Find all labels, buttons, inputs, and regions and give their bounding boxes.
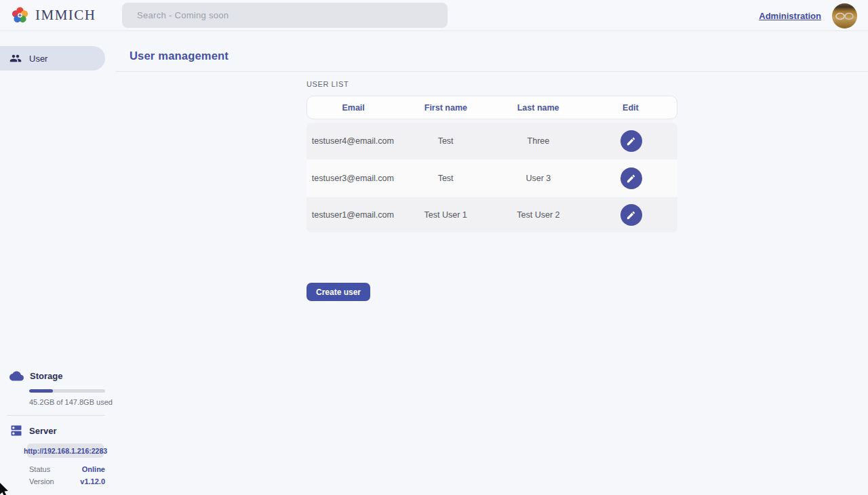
cell-first-name: Test [399, 174, 492, 183]
sidebar-footer: Storage 45.2GB of 147.8GB used Server ht… [0, 369, 116, 495]
glasses-photo-icon [835, 12, 855, 21]
column-header-first-name: First name [399, 103, 492, 113]
user-avatar[interactable] [832, 3, 857, 28]
cell-first-name: Test User 1 [399, 210, 492, 220]
sidebar: User Storage 45.2GB of 147.8GB used [0, 31, 116, 495]
cell-email: testuser3@email.com [307, 174, 399, 183]
status-value: Online [82, 465, 105, 473]
edit-user-button[interactable] [620, 130, 642, 152]
create-user-button[interactable]: Create user [307, 283, 370, 301]
storage-usage-text: 45.2GB of 147.8GB used [29, 398, 116, 406]
edit-user-button[interactable] [620, 167, 642, 189]
server-status-row: Status Online [29, 465, 105, 473]
user-list-label: USER LIST [307, 80, 349, 88]
cell-email: testuser4@email.com [307, 136, 399, 146]
cell-edit [585, 167, 677, 189]
page-title: User management [130, 50, 229, 62]
edit-user-button[interactable] [620, 204, 642, 226]
version-label: Version [29, 477, 54, 486]
cell-edit [585, 204, 677, 226]
search-input[interactable] [122, 3, 448, 28]
table-row: testuser1@email.com Test User 1 Test Use… [307, 196, 677, 233]
server-section-header: Server [9, 424, 116, 437]
status-label: Status [29, 465, 50, 473]
administration-link[interactable]: Administration [759, 11, 821, 21]
column-header-email: Email [307, 103, 399, 113]
immich-flower-icon [11, 6, 29, 24]
server-url-badge: http://192.168.1.216:2283 [27, 443, 104, 458]
cell-last-name: Test User 2 [492, 210, 585, 220]
table-row: testuser4@email.com Test Three [307, 123, 677, 159]
sidebar-item-user[interactable]: User [0, 46, 105, 71]
user-table: Email First name Last name Edit testuser… [307, 96, 677, 233]
table-body: testuser4@email.com Test Three t [307, 123, 677, 233]
sidebar-item-label: User [29, 54, 47, 64]
cell-last-name: Three [492, 136, 585, 146]
cell-first-name: Test [399, 136, 492, 146]
server-title: Server [29, 426, 56, 436]
storage-progress-bar [29, 389, 105, 393]
server-icon [9, 424, 23, 437]
column-header-edit: Edit [585, 103, 677, 113]
pencil-icon [626, 210, 636, 220]
pencil-icon [626, 174, 636, 184]
table-header-row: Email First name Last name Edit [307, 96, 677, 119]
topbar-right: Administration [759, 0, 857, 31]
version-value: v1.12.0 [80, 477, 105, 486]
top-bar: IMMICH Administration [0, 0, 868, 31]
cell-email: testuser1@email.com [307, 210, 399, 220]
column-header-last-name: Last name [492, 103, 585, 113]
users-icon [9, 52, 22, 64]
cell-last-name: User 3 [492, 174, 585, 183]
cell-edit [585, 130, 677, 152]
main-panel: User management USER LIST Email First na… [116, 31, 868, 495]
sidebar-divider [7, 415, 105, 416]
storage-title: Storage [30, 371, 62, 381]
server-version-row: Version v1.12.0 [29, 477, 105, 486]
pencil-icon [626, 136, 636, 146]
storage-section-header: Storage [9, 369, 116, 383]
storage-progress-fill [29, 389, 53, 393]
immich-logo: IMMICH [11, 6, 96, 24]
table-row: testuser3@email.com Test User 3 [307, 159, 677, 196]
content-area: USER LIST Email First name Last name Edi… [116, 72, 868, 495]
sidebar-spacer [0, 71, 116, 369]
cloud-icon [9, 369, 24, 383]
page-title-bar: User management [116, 31, 868, 72]
logo-wordmark: IMMICH [35, 7, 96, 24]
